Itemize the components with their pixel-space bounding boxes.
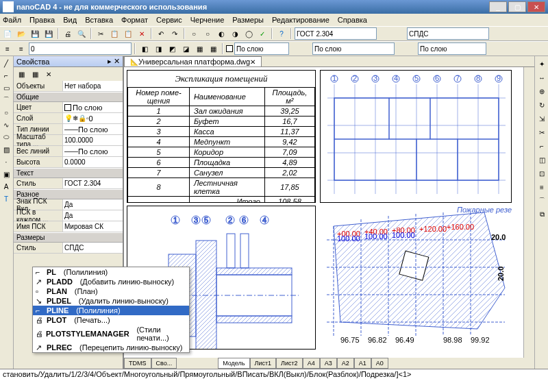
circle-icon[interactable]: ○ — [1, 107, 12, 118]
copy-icon[interactable]: 📋 — [108, 27, 121, 40]
text-icon[interactable]: A — [1, 181, 12, 192]
modify-icon[interactable]: ↻ — [536, 99, 548, 111]
ac-item-selected[interactable]: ⌐PLINE (Полилиния) — [33, 306, 189, 315]
print-icon[interactable]: 🖨 — [62, 27, 74, 40]
menu-view[interactable]: Вид — [63, 16, 77, 24]
sheet-tab[interactable]: Лист1 — [250, 358, 277, 369]
sheet-tab[interactable]: Сво... — [151, 358, 177, 369]
menu-modify[interactable]: Редактирование — [272, 16, 329, 24]
prop-value[interactable]: Мировая СК — [63, 221, 123, 232]
saveall-icon[interactable]: 💾 — [42, 27, 55, 40]
tool-icon[interactable]: ◯ — [242, 27, 255, 40]
redo-icon[interactable]: ↷ — [169, 27, 181, 40]
prop-value[interactable]: —— По слою — [63, 124, 123, 134]
scrollbar-vertical[interactable] — [523, 67, 534, 358]
modify-icon[interactable]: ⊡ — [536, 167, 548, 180]
modify-icon[interactable]: ✦ — [536, 58, 548, 70]
tool-icon[interactable]: ○ — [188, 27, 200, 40]
hatch-icon[interactable]: ▨ — [1, 144, 12, 155]
pline-icon[interactable]: ⌐ — [1, 70, 12, 81]
ac-item[interactable]: 🖨PLOT (Печать...) — [33, 315, 189, 325]
props-tool-icon[interactable]: ✕ — [42, 68, 55, 80]
ellipse-icon[interactable]: ⬭ — [1, 132, 12, 143]
cut-icon[interactable]: ✂ — [95, 27, 107, 40]
tool-icon[interactable]: ○ — [201, 27, 214, 40]
modify-icon[interactable]: ⊕ — [536, 85, 548, 97]
close-button[interactable]: ✕ — [527, 1, 545, 12]
selection-value[interactable]: Нет набора — [63, 81, 123, 91]
minimize-button[interactable]: _ — [489, 1, 507, 12]
block-icon[interactable]: ▣ — [1, 169, 12, 180]
ltype-select[interactable] — [312, 42, 395, 55]
modify-icon[interactable]: ≡ — [536, 181, 548, 193]
menu-format[interactable]: Формат — [121, 16, 148, 24]
layer-tool-icon[interactable]: ◪ — [179, 42, 192, 55]
ac-item[interactable]: ▫PLAN (План) — [33, 286, 189, 296]
menu-service[interactable]: Сервис — [156, 16, 182, 24]
prop-value[interactable]: 0.0000 — [63, 157, 123, 167]
layer-tool-icon[interactable]: ◩ — [166, 42, 178, 55]
open-icon[interactable]: 📂 — [15, 27, 27, 40]
ac-item[interactable]: 🖨PLOTSTYLEMANAGER (Стили печати...) — [33, 325, 189, 343]
help-icon[interactable]: ? — [275, 27, 288, 40]
prop-value[interactable]: Да — [63, 199, 123, 210]
menu-draw[interactable]: Черчение — [190, 16, 225, 24]
ac-item[interactable]: ⌐PL (Полилиния) — [33, 267, 189, 277]
ac-item[interactable]: ↘PLDEL (Удалить линию-выноску) — [33, 296, 189, 306]
menu-dims[interactable]: Размеры — [232, 16, 264, 24]
delete-icon[interactable]: ✕ — [136, 27, 148, 40]
point-icon[interactable]: · — [1, 156, 12, 167]
modify-icon[interactable]: ⇲ — [536, 112, 548, 125]
tool-icon[interactable]: ◑ — [229, 27, 241, 40]
sheet-tab[interactable]: Лист2 — [276, 358, 303, 369]
sheet-tab[interactable]: A4 — [303, 358, 320, 369]
color-select[interactable] — [234, 42, 289, 55]
props-tool-icon[interactable]: ▦ — [29, 68, 41, 80]
sheet-tab[interactable]: A3 — [320, 358, 337, 369]
modify-icon[interactable]: ✂ — [536, 126, 548, 138]
prop-value[interactable]: —— По слою — [63, 146, 123, 156]
menu-file[interactable]: Файл — [3, 16, 21, 24]
save-icon[interactable]: 💾 — [29, 27, 41, 40]
menu-insert[interactable]: Вставка — [85, 16, 113, 24]
prop-value[interactable]: По слою — [63, 102, 123, 112]
modify-icon[interactable]: ⧉ — [536, 208, 548, 221]
prop-value[interactable]: СПДС — [63, 243, 123, 253]
sheet-tab[interactable]: TDMS — [124, 358, 151, 369]
prop-value[interactable]: 100.0000 — [63, 135, 123, 145]
prop-value[interactable]: 💡❄🔒▫0 — [63, 113, 123, 123]
paste-icon[interactable]: 📋 — [122, 27, 134, 40]
spline-icon[interactable]: ∿ — [1, 119, 12, 130]
new-icon[interactable]: 📄 — [1, 27, 14, 40]
ac-item[interactable]: ↗PLADD (Добавить линию-выноску) — [33, 277, 189, 286]
ac-item[interactable]: ↗PLREC (Перецепить линию-выноску) — [33, 343, 189, 352]
menu-help[interactable]: Справка — [338, 16, 367, 24]
line-icon[interactable]: ╱ — [1, 58, 12, 69]
layer-tool-icon[interactable]: ▦ — [207, 42, 219, 55]
arc-icon[interactable]: ⌒ — [1, 95, 12, 106]
tool-icon[interactable]: ✓ — [256, 27, 269, 40]
preview-icon[interactable]: 🔍 — [75, 27, 88, 40]
sheet-tab-model[interactable]: Модель — [218, 358, 249, 369]
modify-icon[interactable]: ⌒ — [536, 195, 548, 207]
sheet-tab[interactable]: A2 — [337, 358, 354, 369]
menu-edit[interactable]: Правка — [29, 16, 55, 24]
sheet-tab[interactable]: A1 — [354, 358, 371, 369]
layer-icon[interactable]: ≡ — [1, 42, 14, 55]
maximize-button[interactable]: ▢ — [508, 1, 526, 12]
sheet-tab[interactable]: A0 — [371, 358, 388, 369]
undo-icon[interactable]: ↶ — [155, 27, 167, 40]
panel-close-icon[interactable]: ▸ ✕ — [108, 57, 120, 66]
autocomplete-popup[interactable]: ⌐PL (Полилиния) ↗PLADD (Добавить линию-в… — [32, 267, 190, 353]
mtext-icon[interactable]: T — [1, 193, 12, 204]
prop-value[interactable]: Да — [63, 210, 123, 221]
prop-value[interactable]: ГОСТ 2.304 — [63, 178, 123, 188]
layer-tool-icon[interactable]: ◨ — [152, 42, 164, 55]
layer-select[interactable] — [29, 42, 132, 55]
rect-icon[interactable]: ▭ — [1, 82, 12, 93]
modify-icon[interactable]: ◫ — [536, 154, 548, 166]
layer-icon[interactable]: ≡ — [15, 42, 27, 55]
style-select[interactable] — [407, 27, 489, 40]
document-tab[interactable]: 📐 Универсальная платформа.dwg ✕ — [124, 56, 262, 66]
font-select[interactable] — [295, 27, 377, 40]
